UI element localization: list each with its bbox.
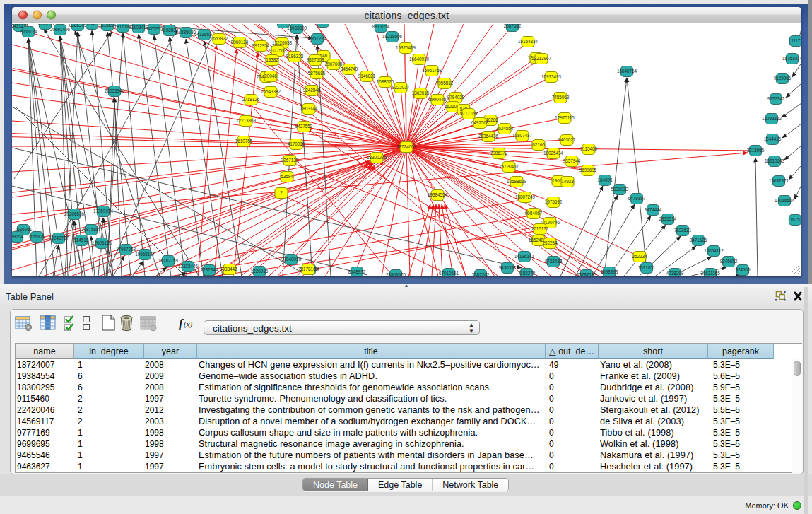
- svg-text:(x): (x): [184, 320, 193, 329]
- svg-text:1975692: 1975692: [545, 199, 563, 204]
- svg-text:1232344: 1232344: [201, 267, 218, 272]
- svg-text:1031051: 1031051: [638, 265, 656, 270]
- svg-text:2087682: 2087682: [504, 24, 522, 28]
- svg-text:164095: 164095: [597, 177, 613, 182]
- svg-text:252234: 252234: [632, 254, 647, 259]
- svg-text:20053346: 20053346: [105, 88, 125, 93]
- svg-text:8471626: 8471626: [690, 238, 707, 243]
- svg-text:16210643: 16210643: [765, 158, 785, 163]
- svg-text:20364436: 20364436: [478, 134, 499, 139]
- svg-text:6497568: 6497568: [471, 120, 489, 125]
- svg-text:16648764: 16648764: [617, 69, 637, 74]
- svg-text:9777169: 9777169: [460, 111, 478, 116]
- svg-text:13226058: 13226058: [272, 40, 293, 45]
- svg-text:1156829: 1156829: [28, 234, 46, 239]
- svg-text:8148932: 8148932: [348, 269, 366, 274]
- svg-text:114519: 114519: [74, 238, 89, 243]
- svg-text:8813054: 8813054: [372, 24, 390, 29]
- svg-text:10958117: 10958117: [135, 252, 155, 257]
- svg-text:2055724: 2055724: [20, 29, 37, 34]
- svg-text:12505135: 12505135: [92, 240, 112, 245]
- svg-text:37631165: 37631165: [700, 271, 720, 276]
- svg-text:7386372: 7386372: [490, 151, 508, 156]
- svg-text:9245652: 9245652: [720, 259, 738, 264]
- svg-text:17359934: 17359934: [93, 209, 114, 214]
- svg-text:9129966: 9129966: [774, 76, 792, 81]
- svg-text:252254: 252254: [542, 240, 558, 245]
- svg-text:4738299: 4738299: [666, 271, 684, 276]
- svg-text:17957253: 17957253: [116, 247, 136, 252]
- svg-text:17016504: 17016504: [775, 198, 795, 203]
- svg-text:933442: 933442: [222, 267, 237, 271]
- svg-text:3267130: 3267130: [281, 158, 299, 163]
- svg-text:9084067: 9084067: [525, 211, 543, 216]
- svg-text:19218506: 19218506: [382, 34, 403, 39]
- svg-text:3215955: 3215955: [747, 148, 765, 153]
- svg-text:15720407: 15720407: [499, 164, 519, 169]
- svg-text:8912954: 8912954: [252, 43, 270, 48]
- svg-text:9227342: 9227342: [767, 96, 785, 101]
- svg-text:2967608: 2967608: [325, 62, 343, 66]
- svg-text:3624554: 3624554: [496, 126, 514, 131]
- svg-text:1117: 1117: [791, 38, 801, 43]
- svg-text:16640910: 16640910: [409, 57, 430, 62]
- svg-text:64835030: 64835030: [176, 30, 196, 35]
- svg-text:10807487: 10807487: [512, 133, 533, 138]
- svg-text:20046: 20046: [264, 74, 277, 78]
- svg-text:8990448: 8990448: [429, 97, 447, 102]
- svg-text:9463627: 9463627: [558, 137, 576, 142]
- svg-text:2: 2: [280, 190, 283, 195]
- svg-text:8960124: 8960124: [231, 40, 249, 45]
- svg-text:9146821: 9146821: [358, 74, 376, 78]
- svg-text:9699695: 9699695: [579, 168, 597, 173]
- svg-text:7955812: 7955812: [436, 81, 454, 86]
- svg-text:1610755: 1610755: [235, 139, 253, 144]
- svg-text:12093822: 12093822: [762, 116, 782, 121]
- svg-text:9242848: 9242848: [303, 88, 321, 93]
- svg-text:7632621: 7632621: [674, 228, 692, 233]
- svg-text:2718126: 2718126: [242, 97, 260, 102]
- svg-text:4170016: 4170016: [288, 141, 305, 146]
- svg-text:12323446: 12323446: [178, 264, 199, 269]
- svg-text:9427552: 9427552: [295, 124, 313, 129]
- svg-text:53594: 53594: [281, 174, 293, 179]
- svg-text:9115460: 9115460: [580, 146, 598, 151]
- svg-text:5098393: 5098393: [601, 269, 618, 274]
- svg-text:20206536: 20206536: [64, 211, 85, 216]
- svg-text:14136141: 14136141: [514, 254, 535, 259]
- svg-text:10688609: 10688609: [507, 179, 527, 184]
- svg-text:924565: 924565: [735, 267, 751, 272]
- svg-text:12213967: 12213967: [531, 56, 552, 61]
- svg-text:14923: 14923: [561, 179, 574, 184]
- svg-text:67010651: 67010651: [439, 271, 459, 276]
- svg-text:10973493: 10973493: [541, 74, 562, 79]
- svg-text:1615132: 1615132: [531, 226, 549, 231]
- svg-text:12213369: 12213369: [236, 118, 257, 123]
- svg-text:9794028: 9794028: [447, 95, 465, 100]
- svg-text:8322037: 8322037: [392, 85, 410, 90]
- svg-text:62160: 62160: [532, 142, 545, 147]
- svg-text:7182278: 7182278: [518, 271, 536, 276]
- svg-text:18724007: 18724007: [396, 144, 417, 149]
- svg-text:2803144: 2803144: [300, 106, 318, 111]
- svg-text:5875685: 5875685: [308, 71, 326, 76]
- svg-text:10025434: 10025434: [543, 151, 564, 156]
- svg-text:2935514: 2935514: [659, 216, 677, 221]
- svg-text:12975115: 12975115: [555, 115, 575, 120]
- svg-text:20691406: 20691406: [50, 27, 71, 32]
- svg-text:5938923: 5938923: [611, 187, 629, 192]
- svg-text:30975887: 30975887: [81, 227, 102, 232]
- svg-text:1362615: 1362615: [412, 90, 430, 95]
- svg-text:7357224: 7357224: [309, 36, 326, 41]
- svg-text:16961758: 16961758: [422, 68, 442, 73]
- svg-text:13382: 13382: [266, 57, 278, 62]
- svg-text:1244415: 1244415: [764, 136, 782, 141]
- svg-text:9600133: 9600133: [37, 24, 54, 26]
- svg-text:10654112: 10654112: [704, 248, 724, 253]
- svg-text:16782759: 16782759: [158, 258, 179, 263]
- svg-text:16033809: 16033809: [287, 25, 307, 30]
- svg-text:116753: 116753: [788, 217, 801, 222]
- svg-text:9357944: 9357944: [563, 158, 581, 163]
- svg-text:97848018: 97848018: [281, 257, 302, 262]
- svg-text:73178108: 73178108: [298, 267, 319, 271]
